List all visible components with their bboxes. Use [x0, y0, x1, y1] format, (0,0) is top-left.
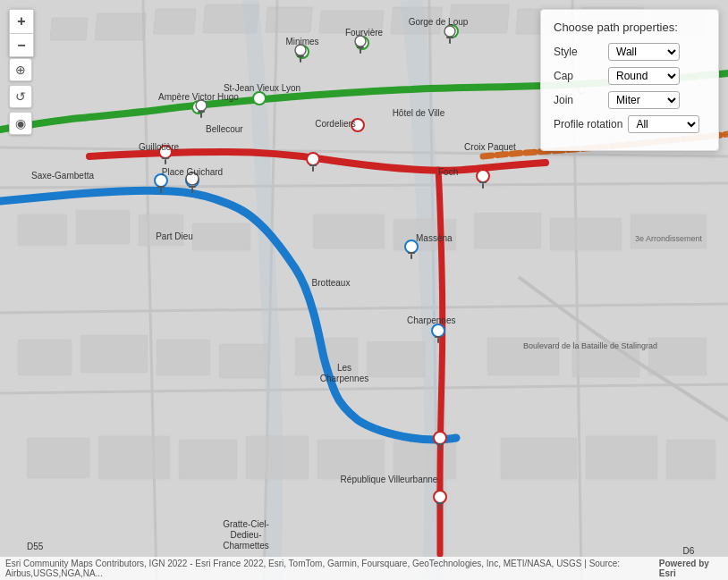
properties-panel: Choose path properties: Style Wall Tube …	[540, 9, 719, 151]
svg-rect-79	[479, 181, 487, 183]
svg-text:Croix Paquet: Croix Paquet	[464, 142, 516, 152]
join-label: Join	[554, 94, 603, 106]
svg-text:Foch: Foch	[438, 167, 458, 177]
svg-rect-74	[360, 48, 361, 54]
svg-rect-21	[76, 210, 130, 244]
svg-text:Minimes: Minimes	[285, 37, 318, 46]
svg-text:Place Guichard: Place Guichard	[162, 167, 223, 177]
zoom-controls: + −	[9, 9, 34, 57]
style-select[interactable]: Wall Tube Strip Ribbon	[608, 43, 680, 61]
compass-button[interactable]: ⊕	[9, 58, 32, 81]
svg-point-60	[434, 432, 446, 444]
svg-rect-83	[189, 186, 196, 188]
svg-rect-34	[367, 341, 425, 377]
svg-rect-20	[18, 214, 67, 246]
svg-text:Hôtel de Ville: Hôtel de Ville	[393, 108, 445, 118]
rotate-button[interactable]: ↺	[9, 85, 32, 108]
svg-rect-45	[586, 436, 657, 479]
svg-rect-5	[266, 7, 312, 32]
svg-text:Charmettes: Charmettes	[223, 541, 269, 551]
svg-rect-84	[191, 188, 193, 193]
cap-row: Cap Round Butt Square	[554, 67, 706, 85]
svg-rect-39	[98, 436, 170, 479]
svg-rect-77	[309, 164, 317, 166]
svg-rect-23	[192, 223, 250, 250]
svg-text:Fourvière: Fourvière	[345, 28, 384, 38]
svg-rect-81	[157, 186, 165, 188]
svg-rect-70	[200, 113, 202, 118]
svg-rect-72	[300, 57, 301, 63]
svg-point-53	[307, 153, 319, 165]
svg-rect-69	[198, 111, 205, 113]
tilt-button[interactable]: ◉	[9, 112, 32, 135]
svg-rect-26	[474, 213, 541, 248]
svg-text:Saxe-Gambetta: Saxe-Gambetta	[31, 171, 94, 181]
svg-text:D55: D55	[27, 542, 44, 551]
svg-text:Massèna: Massèna	[416, 233, 453, 243]
svg-text:St-Jean Vieux Lyon: St-Jean Vieux Lyon	[224, 83, 301, 93]
svg-rect-1	[50, 18, 88, 40]
svg-text:Dedieu-: Dedieu-	[230, 530, 261, 540]
svg-point-59	[432, 324, 444, 337]
svg-rect-90	[439, 445, 441, 450]
svg-text:Bellecour: Bellecour	[206, 124, 243, 134]
svg-rect-80	[482, 183, 484, 189]
svg-rect-89	[436, 443, 444, 445]
profile-label: Profile rotation	[554, 118, 622, 130]
svg-rect-86	[411, 254, 412, 259]
label-gorge-de-loup: Gorge de Loup	[409, 17, 469, 27]
svg-text:Charpennes: Charpennes	[407, 315, 455, 325]
svg-text:Brotteaux: Brotteaux	[312, 278, 351, 288]
style-label: Style	[554, 46, 603, 58]
attribution-left: Esri Community Maps Contributors, IGN 20…	[5, 559, 659, 578]
svg-rect-31	[157, 340, 210, 375]
svg-text:Gratte-Ciel-: Gratte-Ciel-	[223, 519, 269, 529]
svg-text:D6: D6	[683, 546, 695, 556]
svg-rect-76	[165, 159, 166, 164]
svg-rect-68	[449, 38, 451, 44]
svg-text:3e Arrondissement: 3e Arrondissement	[635, 234, 703, 243]
zoom-in-button[interactable]: +	[10, 10, 33, 33]
svg-text:Les: Les	[337, 363, 351, 373]
svg-rect-38	[27, 438, 89, 478]
join-row: Join Miter Round Bevel	[554, 91, 706, 109]
svg-point-51	[253, 92, 266, 105]
svg-rect-88	[437, 338, 439, 343]
svg-point-55	[477, 170, 489, 182]
nav-controls: ⊕ ↺ ◉	[9, 58, 32, 135]
svg-point-63	[444, 26, 455, 37]
svg-rect-2	[95, 13, 147, 40]
style-row: Style Wall Tube Strip Ribbon	[554, 43, 706, 61]
attribution-right: Powered by Esri	[659, 559, 723, 578]
svg-rect-75	[162, 157, 169, 159]
cap-select[interactable]: Round Butt Square	[608, 67, 680, 85]
svg-rect-82	[160, 188, 162, 193]
map-container: Gorge de Loup Minimes Fourvière Ampère V…	[0, 0, 728, 580]
join-select[interactable]: Miter Round Bevel	[608, 91, 680, 109]
zoom-out-button[interactable]: −	[10, 33, 33, 56]
svg-text:Boulevard de la Bataille de St: Boulevard de la Bataille de Stalingrad	[523, 341, 657, 350]
svg-text:Cordeliers: Cordeliers	[315, 119, 356, 129]
svg-rect-71	[297, 55, 304, 57]
svg-rect-44	[501, 438, 577, 479]
svg-point-61	[434, 491, 446, 503]
svg-rect-67	[446, 37, 453, 38]
cap-label: Cap	[554, 70, 603, 82]
profile-select[interactable]: All None Object Screen	[628, 115, 699, 133]
svg-rect-87	[435, 336, 442, 338]
svg-rect-41	[246, 436, 309, 479]
svg-rect-30	[80, 335, 148, 373]
svg-rect-85	[408, 252, 415, 254]
svg-rect-73	[357, 46, 364, 48]
profile-row: Profile rotation All None Object Screen	[554, 115, 706, 133]
svg-rect-46	[666, 440, 715, 479]
svg-rect-91	[436, 502, 444, 504]
svg-rect-40	[179, 440, 237, 479]
svg-rect-28	[631, 214, 707, 248]
svg-rect-78	[312, 166, 314, 172]
svg-text:Part Dieu: Part Dieu	[156, 231, 193, 241]
svg-rect-92	[439, 504, 441, 509]
svg-text:République Villeurbanne: République Villeurbanne	[341, 475, 438, 484]
svg-rect-24	[313, 214, 385, 248]
svg-text:Guillotière: Guillotière	[139, 142, 179, 152]
